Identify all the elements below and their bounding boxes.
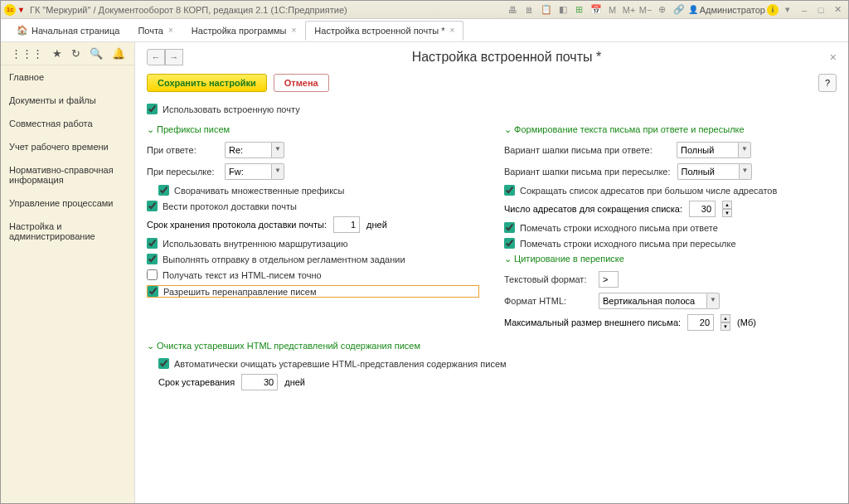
dropdown-icon[interactable]: ▼ (271, 142, 284, 158)
back-button[interactable]: ← (147, 49, 165, 65)
close-icon[interactable]: × (830, 51, 837, 64)
minimize-icon[interactable]: – (797, 3, 812, 17)
redirect-checkbox[interactable]: Разрешить перенаправление писем (147, 285, 479, 298)
mark-fwd-checkbox[interactable]: Помечать строки исходного письма при пер… (504, 238, 837, 249)
search-icon[interactable]: 🔍 (90, 47, 103, 60)
app-icon: 1c (4, 4, 16, 16)
tab-settings[interactable]: Настройка программы× (182, 21, 306, 41)
bell-icon[interactable]: 🔔 (112, 47, 125, 60)
m-icon[interactable]: M (605, 3, 620, 17)
text-format-input[interactable] (599, 271, 619, 288)
sidebar-item[interactable]: Главное (1, 65, 134, 89)
max-size-input[interactable] (687, 314, 714, 331)
mark-reply-checkbox[interactable]: Помечать строки исходного письма при отв… (504, 222, 837, 233)
section-prefixes[interactable]: Префиксы писем (147, 124, 479, 135)
sidebar-item[interactable]: Учет рабочего времени (1, 135, 134, 158)
reply-prefix-input[interactable] (225, 142, 271, 158)
age-input[interactable] (241, 374, 278, 390)
section-cleanup[interactable]: Очистка устаревших HTML представлений со… (147, 341, 837, 351)
dropdown-icon[interactable]: ▼ (738, 142, 751, 158)
dropdown-icon[interactable]: ▼ (739, 163, 752, 180)
history-icon[interactable]: ↻ (71, 47, 80, 60)
routing-checkbox[interactable]: Использовать внутреннюю маршрутизацию (147, 238, 479, 249)
page-title: Настройка встроенной почты * (183, 50, 830, 65)
link-icon[interactable]: 🔗 (672, 3, 686, 17)
tab-home[interactable]: 🏠 Начальная страница (7, 20, 129, 41)
forward-button[interactable]: → (165, 49, 183, 65)
close-icon[interactable]: × (292, 26, 297, 35)
close-icon[interactable]: × (168, 26, 173, 35)
help-button[interactable]: ? (818, 74, 837, 92)
htmlexact-checkbox[interactable]: Получать текст из HTML-писем точно (147, 269, 479, 280)
cancel-button[interactable]: Отмена (274, 74, 329, 92)
sidebar-item[interactable]: Настройка и администрирование (1, 215, 134, 248)
spin-down[interactable]: ▼ (722, 209, 732, 217)
menu-icon[interactable]: ⋮⋮⋮ (11, 47, 43, 60)
collapse-checkbox[interactable]: Сворачивать множественные префиксы (158, 185, 479, 196)
auto-clean-checkbox[interactable]: Автоматически очищать устаревшие HTML-пр… (158, 358, 837, 369)
shrink-checkbox[interactable]: Сокращать список адресатов при большом ч… (504, 185, 837, 196)
spin-up[interactable]: ▲ (720, 314, 730, 322)
sidebar-item[interactable]: Документы и файлы (1, 89, 134, 112)
title-bar: 1c ▼ ГК "Меркурий" / Документооборот 8 К… (1, 1, 848, 19)
clipboard-icon[interactable]: 📋 (539, 3, 554, 17)
tab-mail-settings[interactable]: Настройка встроенной почты *× (305, 21, 463, 41)
fwd-prefix-input[interactable] (225, 163, 271, 180)
store-days-input[interactable] (333, 216, 360, 233)
m-minus-icon[interactable]: M− (638, 3, 653, 17)
spin-up[interactable]: ▲ (722, 201, 732, 209)
section-reply-format[interactable]: Формирование текста письма при ответе и … (504, 124, 837, 135)
bgsend-checkbox[interactable]: Выполнять отправку в отдельном регламент… (147, 254, 479, 264)
use-builtin-checkbox[interactable]: Использовать встроенную почту (147, 104, 837, 114)
calculator-icon[interactable]: ⊞ (572, 3, 587, 17)
spin-down[interactable]: ▼ (720, 322, 730, 331)
compare-icon[interactable]: ◧ (555, 3, 570, 17)
header-fwd-select[interactable] (677, 163, 739, 180)
header-reply-select[interactable] (677, 142, 738, 158)
info-icon[interactable]: i (767, 4, 779, 16)
calendar-icon[interactable]: 📅 (589, 3, 604, 17)
count-input[interactable] (689, 201, 716, 217)
log-checkbox[interactable]: Вести протокол доставки почты (147, 201, 479, 211)
main-content: ← → Настройка встроенной почты * × Сохра… (135, 42, 848, 503)
star-icon[interactable]: ★ (52, 47, 62, 60)
maximize-icon[interactable]: □ (813, 3, 828, 17)
zoom-icon[interactable]: ⊕ (655, 3, 670, 17)
m-plus-icon[interactable]: M+ (622, 3, 637, 17)
sidebar-item[interactable]: Нормативно-справочная информация (1, 158, 134, 191)
dropdown-icon[interactable]: ▼ (17, 6, 25, 14)
window-title: ГК "Меркурий" / Документооборот 8 КОРП, … (30, 5, 506, 15)
dropdown-icon[interactable]: ▼ (271, 163, 284, 180)
html-format-select[interactable] (599, 293, 706, 309)
tab-mail[interactable]: Почта× (129, 21, 182, 41)
tab-bar: 🏠 Начальная страница Почта× Настройка пр… (1, 19, 848, 42)
user-label[interactable]: 👤 Администратор (688, 5, 765, 15)
close-icon[interactable]: ✕ (830, 3, 845, 17)
section-quote[interactable]: Цитирование в переписке (504, 254, 837, 264)
print-icon[interactable]: 🖶 (506, 3, 521, 17)
dropdown-icon[interactable]: ▾ (780, 3, 795, 17)
sidebar-item[interactable]: Управление процессами (1, 191, 134, 215)
preview-icon[interactable]: 🗎 (522, 3, 537, 17)
close-icon[interactable]: × (450, 26, 455, 35)
sidebar-item[interactable]: Совместная работа (1, 112, 134, 135)
dropdown-icon[interactable]: ▼ (706, 293, 720, 309)
sidebar: ⋮⋮⋮ ★ ↻ 🔍 🔔 Главное Документы и файлы Со… (1, 42, 135, 503)
save-button[interactable]: Сохранить настройки (147, 74, 267, 92)
